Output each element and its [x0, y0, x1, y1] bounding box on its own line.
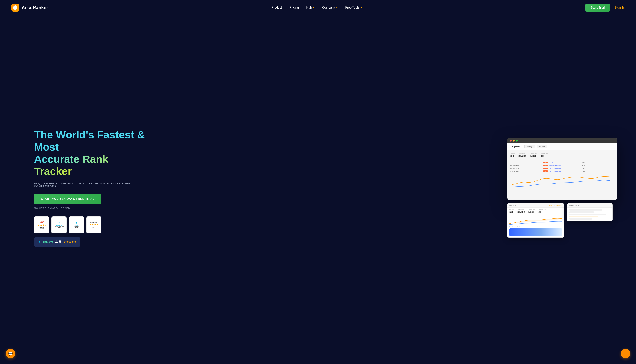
- stat-rank: Average Rank 20: [541, 153, 548, 158]
- logo[interactable]: AccuRanker: [11, 4, 48, 12]
- tab-keywords: Keywords: [510, 145, 523, 148]
- screenshot-topbar: Keywords Settings History: [507, 143, 617, 150]
- g2-label: Leader: [40, 227, 44, 228]
- cell-url: https://accuranker.co...: [548, 171, 581, 172]
- dot-green: [516, 140, 518, 142]
- detail-bar-5: [569, 218, 592, 220]
- stat-voice-value: 2,530: [530, 154, 537, 158]
- sub-header-label: Overview: [509, 204, 516, 206]
- g2-stars: ★★★★★: [38, 224, 46, 226]
- dot-yellow: [513, 140, 515, 142]
- co-button[interactable]: CO: [621, 349, 630, 358]
- sign-in-button[interactable]: Sign In: [614, 6, 625, 9]
- hero-title-line1: The World's Fastest & Most: [34, 129, 145, 153]
- cell-rank: 3: [543, 162, 548, 164]
- stat-keywords: Keywords 550: [510, 153, 515, 158]
- table-row: seo ranking tool 5 https://accuranker.co…: [510, 170, 614, 173]
- hero-title-line2: Accurate Rank Tracker: [34, 153, 108, 177]
- stat-keywords-label: Keywords: [510, 153, 515, 154]
- detail-bar-2: [569, 211, 594, 213]
- ranking-dist-label: Ranking Distribution: [509, 226, 562, 228]
- badge-capterra-value: ✈ Capterra Best Value 2023: [69, 216, 84, 234]
- no-cc-text: NO CREDIT CARD NEEDED: [34, 207, 148, 210]
- cell-traffic: 1,840: [582, 168, 614, 169]
- ov-tr-change: ↑ +893: [517, 214, 525, 214]
- screenshot-content: Keywords 550 Traffic Value $9,702 ↑ +893…: [507, 150, 617, 190]
- screenshot-titlebar: [507, 138, 617, 143]
- hero-section: The World's Fastest & Most Accurate Rank…: [0, 15, 636, 364]
- ov-rk-value: 20: [538, 210, 546, 214]
- cell-traffic: 2,150: [582, 171, 614, 172]
- stat-rank-value: 20: [541, 154, 548, 158]
- table-row: best rank tracker 12 https://accuranker.…: [510, 167, 614, 170]
- brand-name: AccuRanker: [22, 5, 48, 10]
- detail-bar-1: [569, 209, 602, 210]
- chat-icon: 💬: [8, 351, 13, 356]
- ov-voice: Share of Voice 2,530 ↑ +17: [528, 209, 535, 214]
- sub-screenshot-1: Overview ▼ Import from templates Keyword…: [507, 203, 564, 238]
- capterra-year-1: 2023: [58, 227, 61, 228]
- hero-subtitle: Acquire Profound Analytical Insights & S…: [34, 182, 148, 188]
- badge-capterra-ease: ✈ Capterra Best Ease of Use 2023: [52, 216, 67, 234]
- stat-voice-label: Share of Voice: [530, 153, 537, 154]
- sub-screenshots: Overview ▼ Import from templates Keyword…: [507, 203, 617, 238]
- start-trial-button[interactable]: Start Trial: [585, 4, 610, 12]
- nav-free-tools[interactable]: Free Tools: [345, 6, 362, 9]
- ranking-distribution: [509, 228, 562, 236]
- tab-settings: Settings: [524, 145, 535, 148]
- capterra-icon-1: ✈: [58, 221, 60, 224]
- capterra-label-1: Capterra: [57, 225, 62, 226]
- capterra-year-2: 2023: [75, 227, 78, 228]
- dot-red: [510, 140, 512, 142]
- nav-product[interactable]: Product: [271, 6, 282, 9]
- stat-keywords-value: 550: [510, 154, 515, 158]
- chart-svg: [510, 174, 614, 189]
- ov-vo-value: 2,530: [528, 210, 535, 214]
- detail-bar-4: [569, 216, 598, 218]
- ov-keywords: Keywords 550: [509, 209, 514, 214]
- sub-header-2-label: Keyword Details: [569, 204, 580, 206]
- capterra-rating-label: Capterra: [43, 240, 53, 243]
- hero-cta-button[interactable]: START YOUR 14-DAYS FREE TRIAL: [34, 194, 102, 204]
- g2-sublabel: Fall 2023: [39, 228, 45, 229]
- badges-row: G2 ★★★★★ Leader Fall 2023 ✈ Capterra Bes…: [34, 216, 148, 234]
- cell-keyword: accu-ranker.com: [510, 162, 542, 164]
- ov-chart-svg: [509, 216, 562, 226]
- tooltester-label: tooltester: [91, 222, 97, 224]
- ov-rk-label: Above the Fold: [538, 209, 546, 210]
- table-row: rank tracker tool 7 https://accuranker.c…: [510, 164, 614, 167]
- g2-icon: G2: [40, 220, 44, 224]
- cell-rank: 12: [543, 168, 548, 169]
- import-btn: ▼ Import from templates: [547, 205, 562, 206]
- hero-title: The World's Fastest & Most Accurate Rank…: [34, 129, 148, 178]
- overview-chart: [509, 216, 562, 226]
- ov-tr-value: $9,702: [517, 210, 525, 214]
- cell-traffic: 3,201: [582, 165, 614, 166]
- capterra-rating-stars: ★★★★★: [64, 240, 77, 244]
- cell-traffic: 9,702: [582, 162, 614, 164]
- hero-screenshot: Keywords Settings History Keywords 550 T…: [507, 138, 617, 238]
- cell-keyword: best rank tracker: [510, 168, 542, 169]
- sub-body-1: Keywords 550 Traffic Value $9,702 ↑ +893…: [507, 208, 564, 238]
- nav-hub[interactable]: Hub: [306, 6, 314, 9]
- sub-header-1: Overview ▼ Import from templates: [507, 204, 564, 208]
- tooltester-stars: ★★★★★: [90, 224, 98, 226]
- badge-g2: G2 ★★★★★ Leader Fall 2023: [34, 216, 49, 234]
- tooltester-year: 2023: [92, 227, 95, 228]
- free-tools-dropdown-arrow: [361, 7, 362, 8]
- stat-traffic-change: ↑ +893: [518, 158, 526, 158]
- nav-company[interactable]: Company: [322, 6, 338, 9]
- stat-voice: Share of Voice 2,530 ↑ +17: [530, 153, 537, 158]
- nav-pricing[interactable]: Pricing: [289, 6, 299, 9]
- cell-rank: 7: [543, 165, 548, 166]
- screenshot-body: Keywords Settings History Keywords 550 T…: [507, 143, 617, 200]
- co-label: CO: [624, 352, 627, 355]
- overview-stats: Keywords 550 Traffic Value $9,702 ↑ +893…: [509, 209, 562, 214]
- ov-kw-label: Keywords: [509, 209, 514, 210]
- chat-button[interactable]: 💬: [6, 349, 15, 358]
- sub-screenshot-2-card: Keyword Details: [567, 203, 612, 221]
- capterra-label-2: Capterra: [74, 225, 79, 226]
- nav-links: Product Pricing Hub Company Free Tools: [271, 6, 362, 9]
- sub-header-2: Keyword Details: [567, 204, 612, 208]
- ov-tr-label: Traffic Value: [517, 209, 525, 210]
